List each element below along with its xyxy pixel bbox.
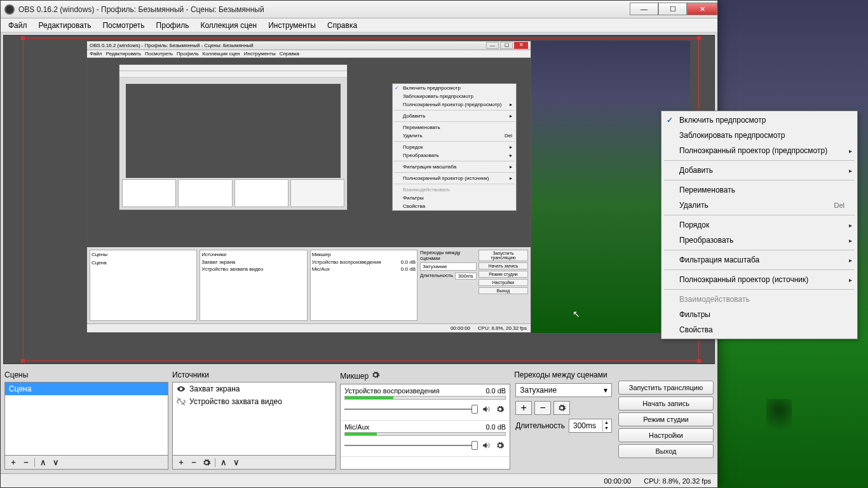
menu-profile[interactable]: Профиль xyxy=(151,20,194,31)
source-properties-button[interactable] xyxy=(201,457,212,468)
ctx-separator xyxy=(664,269,855,270)
ctx-separator xyxy=(664,180,855,180)
spin-down[interactable]: ▼ xyxy=(602,426,610,431)
app-icon xyxy=(4,4,15,15)
remove-transition-button[interactable]: − xyxy=(534,401,551,415)
volume-slider[interactable] xyxy=(344,440,478,451)
source-item[interactable]: Устройство захвата видео xyxy=(173,395,336,408)
chevron-down-icon: ▾ xyxy=(604,386,607,395)
source-item[interactable]: Захват экрана xyxy=(173,383,336,395)
transition-select[interactable]: Затухание▾ xyxy=(515,383,612,397)
status-cpu-fps: CPU: 8.8%, 20.32 fps xyxy=(644,477,711,485)
ctx-interact: Взаимодействовать xyxy=(663,292,856,307)
remove-scene-button[interactable]: − xyxy=(20,457,32,468)
ctx-delete[interactable]: УдалитьDel xyxy=(663,198,856,213)
add-transition-button[interactable]: + xyxy=(515,401,532,415)
ctx-separator xyxy=(664,250,855,250)
statusbar: 00:00:00 CPU: 8.8%, 20.32 fps xyxy=(1,473,717,487)
preview-context-menu: Включить предпросмотр Заблокировать пред… xyxy=(661,111,858,339)
mute-button[interactable] xyxy=(480,440,492,451)
maximize-button[interactable]: ☐ xyxy=(658,3,687,15)
close-button[interactable]: ✕ xyxy=(687,3,717,15)
channel-settings-button[interactable] xyxy=(494,440,506,451)
menu-help[interactable]: Справка xyxy=(322,20,362,31)
menu-file[interactable]: Файл xyxy=(3,20,32,31)
scenes-toolbar: + − ∧ ∨ xyxy=(4,456,168,470)
cursor-icon: ↖ xyxy=(573,309,580,319)
move-scene-down-button[interactable]: ∨ xyxy=(50,457,62,468)
move-source-up-button[interactable]: ∧ xyxy=(218,457,229,468)
move-source-down-button[interactable]: ∨ xyxy=(231,457,242,468)
spin-up[interactable]: ▲ xyxy=(602,420,610,426)
status-time: 00:00:00 xyxy=(604,477,631,485)
menu-view[interactable]: Посмотреть xyxy=(97,20,149,31)
visibility-icon[interactable] xyxy=(177,384,186,393)
mixer-channel-label: Устройство воспроизведения xyxy=(344,387,440,395)
resize-handle[interactable] xyxy=(697,36,701,40)
ctx-add[interactable]: Добавить xyxy=(663,163,856,178)
preview-canvas[interactable]: OBS 0.16.2 (windows) - Профиль: Безымянн… xyxy=(3,35,715,364)
menu-scene-collection[interactable]: Коллекция сцен xyxy=(195,20,262,31)
scenes-panel: Сцены Сцена + − ∧ ∨ xyxy=(4,369,168,470)
audio-meter xyxy=(344,432,506,436)
mixer-channel-label: Mic/Aux xyxy=(344,423,369,431)
ctx-properties[interactable]: Свойства xyxy=(663,322,856,337)
ctx-scale-filtering[interactable]: Фильтрация масштаба xyxy=(663,252,856,268)
scenes-title: Сцены xyxy=(4,369,168,382)
ctx-separator xyxy=(664,215,855,215)
sources-title: Источники xyxy=(172,369,336,382)
channel-settings-button[interactable] xyxy=(494,403,506,415)
visibility-off-icon[interactable] xyxy=(177,397,186,406)
ctx-fullscreen-source[interactable]: Полноэкранный проектор (источник) xyxy=(663,272,856,287)
ctx-lock-preview[interactable]: Заблокировать предпросмотр xyxy=(663,128,856,143)
move-scene-up-button[interactable]: ∧ xyxy=(37,457,49,468)
add-source-button[interactable]: + xyxy=(175,457,187,468)
bottom-dock: Сцены Сцена + − ∧ ∨ Источники Захват экр… xyxy=(1,367,717,473)
ctx-fullscreen-preview[interactable]: Полноэкранный проектор (предпросмотр) xyxy=(663,143,856,158)
sources-toolbar: + − ∧ ∨ xyxy=(172,456,336,470)
obs-main-window: OBS 0.16.2 (windows) - Профиль: Безымянн… xyxy=(0,0,718,488)
ctx-order[interactable]: Порядок xyxy=(663,217,856,233)
window-title: OBS 0.16.2 (windows) - Профиль: Безымянн… xyxy=(18,5,264,14)
window-controls: — ☐ ✕ xyxy=(630,3,717,15)
ctx-transform[interactable]: Преобразовать xyxy=(663,233,856,248)
resize-handle[interactable] xyxy=(21,36,25,40)
remove-source-button[interactable]: − xyxy=(188,457,200,468)
duration-input[interactable]: 300ms ▲▼ xyxy=(569,419,612,433)
transition-properties-button[interactable] xyxy=(553,401,570,415)
menubar: Файл Редактировать Посмотреть Профиль Ко… xyxy=(1,18,717,32)
add-scene-button[interactable]: + xyxy=(8,457,19,468)
mixer-body: Устройство воспроизведения0.0 dB Mic/Aux… xyxy=(340,384,510,470)
captured-obs-window: OBS 0.16.2 (windows) - Профиль: Безымянн… xyxy=(86,41,531,333)
mixer-title: Микшер xyxy=(340,369,510,384)
mixer-channel: Mic/Aux0.0 dB xyxy=(341,421,510,457)
ctx-filters[interactable]: Фильтры xyxy=(663,307,856,322)
studio-mode-button[interactable]: Режим студии xyxy=(618,412,714,426)
scene-item[interactable]: Сцена xyxy=(5,383,168,395)
scenes-list[interactable]: Сцена xyxy=(4,382,168,456)
minimize-button[interactable]: — xyxy=(630,3,658,15)
ctx-rename[interactable]: Переименовать xyxy=(663,182,856,198)
resize-handle[interactable] xyxy=(697,359,701,363)
menu-edit[interactable]: Редактировать xyxy=(34,20,97,31)
ctx-separator xyxy=(664,289,855,290)
ctx-enable-preview[interactable]: Включить предпросмотр xyxy=(663,112,856,128)
mixer-settings-icon[interactable] xyxy=(371,370,380,381)
control-buttons: Запустить трансляцию Начать запись Режим… xyxy=(618,369,714,458)
settings-button[interactable]: Настройки xyxy=(618,428,714,442)
ctx-separator xyxy=(664,160,855,161)
source-label: Устройство захвата видео xyxy=(189,397,282,406)
ctx-shortcut: Del xyxy=(834,201,844,209)
volume-slider[interactable] xyxy=(344,404,478,414)
audio-meter xyxy=(344,396,506,400)
duration-label: Длительность xyxy=(515,421,565,430)
sources-list[interactable]: Захват экрана Устройство захвата видео xyxy=(172,382,336,456)
titlebar: OBS 0.16.2 (windows) - Профиль: Безымянн… xyxy=(1,1,717,18)
mute-button[interactable] xyxy=(480,403,492,415)
start-streaming-button[interactable]: Запустить трансляцию xyxy=(618,381,714,395)
resize-handle[interactable] xyxy=(21,359,25,363)
exit-button[interactable]: Выход xyxy=(618,444,714,458)
start-recording-button[interactable]: Начать запись xyxy=(618,396,714,410)
menu-tools[interactable]: Инструменты xyxy=(263,20,321,31)
sources-panel: Источники Захват экрана Устройство захва… xyxy=(172,369,336,470)
